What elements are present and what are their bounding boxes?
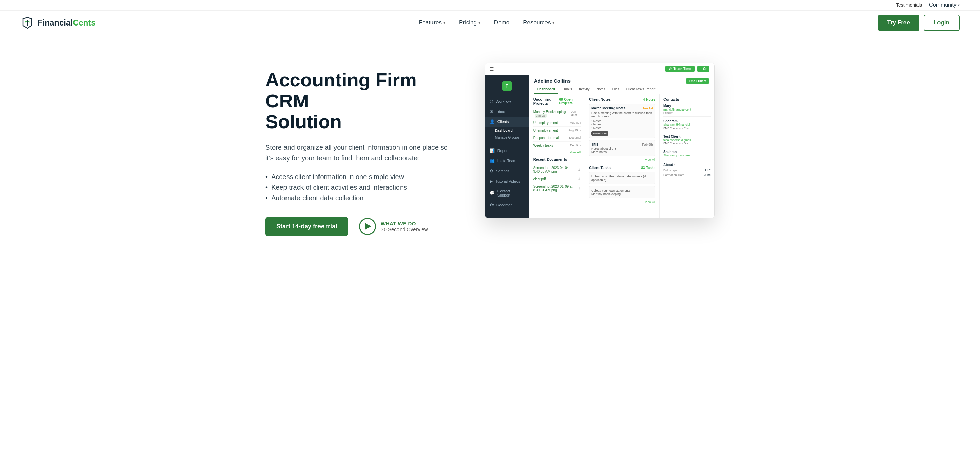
nav-features[interactable]: Features ▾ — [419, 19, 445, 26]
video-cta[interactable]: WHAT WE DO 30 Second Overview — [359, 218, 428, 235]
community-menu[interactable]: Community ▾ — [929, 2, 959, 8]
try-free-button[interactable]: Try Free — [878, 14, 920, 31]
testimonials-link[interactable]: Testimonials — [896, 2, 922, 8]
tab-files[interactable]: Files — [609, 86, 623, 94]
view-all-projects[interactable]: View All — [533, 151, 581, 154]
read-more-button[interactable]: Read More — [592, 131, 608, 136]
sidebar-sub-manage-groups[interactable]: Manage Groups — [485, 134, 529, 141]
tab-client-tasks-report[interactable]: Client Tasks Report — [623, 86, 659, 94]
notes-badge: 4 Notes — [643, 98, 655, 101]
project-row-3: Respond to email Dec 2nd — [533, 134, 581, 142]
docs-header: Recent Documents — [533, 157, 581, 162]
pricing-chevron: ▾ — [479, 21, 480, 25]
tab-dashboard[interactable]: Dashboard — [534, 86, 558, 94]
tab-notes[interactable]: Notes — [593, 86, 609, 94]
mockup-topbar-left: ☰ — [490, 66, 494, 72]
client-notes-section: Client Notes 4 Notes March Meeting Notes… — [589, 97, 655, 162]
mockup-main: Adeline Collins Email Client Dashboard E… — [529, 75, 714, 218]
nav-resources[interactable]: Resources ▾ — [523, 19, 554, 26]
project-row-2: Unemployement Aug 15th — [533, 127, 581, 134]
sidebar-item-clients[interactable]: 👤 Clients — [485, 117, 529, 127]
sidebar-item-inbox[interactable]: ✉ Inbox — [485, 106, 529, 117]
hero-content: Accounting Firm CRM Solution Store and o… — [266, 63, 457, 236]
sidebar-item-support[interactable]: 💬 Contact Support — [485, 186, 529, 200]
mockup-topbar: ☰ ⏱ Track Time + Cr — [485, 63, 714, 75]
info-icon: ℹ — [675, 163, 675, 167]
projects-title: Upcoming Projects — [533, 97, 559, 105]
mockup-body: F ⬡ Workflow ✉ Inbox 👤 Clients Dashboard — [485, 75, 714, 218]
bullet-2: Keep track of client activities and inte… — [266, 182, 457, 193]
sidebar-item-workflow[interactable]: ⬡ Workflow — [485, 96, 529, 106]
nav-pricing[interactable]: Pricing ▾ — [459, 19, 480, 26]
hero-bullets: Access client information in one simple … — [266, 172, 457, 203]
mockup-content: Upcoming Projects 68 Open Projects Month… — [529, 94, 714, 218]
login-button[interactable]: Login — [924, 14, 959, 31]
recent-docs-section: Recent Documents Screenshot 2023-04-04 a… — [533, 157, 581, 194]
about-section: About ℹ Entity type LLC Formation Date J… — [663, 163, 711, 177]
projects-header: Upcoming Projects 68 Open Projects — [533, 97, 581, 105]
sidebar-divider — [485, 143, 529, 143]
right-panel: Contacts Mary mary@financial-cent Primar… — [660, 94, 714, 218]
note-bullets-0: Notes Notes Notes — [592, 119, 653, 130]
middle-panel: Client Notes 4 Notes March Meeting Notes… — [585, 94, 660, 218]
tutorials-icon: ▶ — [490, 179, 493, 184]
mockup-topbar-right: ⏱ Track Time + Cr — [665, 66, 710, 72]
notes-header: Client Notes 4 Notes — [589, 97, 655, 101]
contact-item-1: Shahram Shahram@financial- SMS Reminders… — [663, 119, 711, 132]
roadmap-icon: 🗺 — [490, 203, 494, 208]
project-row-1: Unemployement Aug 8th — [533, 119, 581, 127]
view-all-notes[interactable]: View All — [589, 158, 655, 162]
tab-emails[interactable]: Emails — [558, 86, 576, 94]
sidebar-item-tutorials[interactable]: ▶ Tutorial Videos — [485, 176, 529, 186]
hero-cta: Start 14-day free trial WHAT WE DO 30 Se… — [266, 217, 457, 236]
sidebar-logo-icon: F — [502, 81, 512, 91]
client-name-bar: Adeline Collins Email Client — [534, 78, 710, 84]
start-trial-button[interactable]: Start 14-day free trial — [266, 217, 348, 236]
hero-image: ☰ ⏱ Track Time + Cr F ⬡ — [485, 63, 714, 218]
note-item-0: March Meeting Notes Jan 1st Had a meetin… — [589, 104, 655, 138]
logo-text: FinancialCents — [37, 18, 95, 27]
hamburger-icon: ☰ — [490, 66, 494, 72]
sidebar-item-settings[interactable]: ⚙ Settings — [485, 166, 529, 176]
nav-links: Features ▾ Pricing ▾ Demo Resources ▾ — [419, 19, 555, 26]
notes-title: Client Notes — [589, 97, 611, 101]
contact-item-2: Test Client fcsalesdemo@gmail SMS Remind… — [663, 135, 711, 147]
navbar: FinancialCents Features ▾ Pricing ▾ Demo… — [0, 11, 980, 35]
contacts-title: Contacts — [663, 97, 711, 101]
sidebar-item-invite-team[interactable]: 👥 Invite Team — [485, 156, 529, 166]
video-text: WHAT WE DO 30 Second Overview — [381, 221, 428, 232]
logo[interactable]: FinancialCents — [21, 16, 95, 30]
logo-icon — [21, 16, 34, 30]
sidebar-sub-dashboard[interactable]: Dashboard — [485, 127, 529, 134]
doc-row-0: Screenshot 2023-04-04 at 9.40.30 AM.png … — [533, 164, 581, 175]
mockup-sidebar: F ⬡ Workflow ✉ Inbox 👤 Clients Dashboard — [485, 75, 529, 218]
sidebar-item-reports[interactable]: 📊 Reports — [485, 146, 529, 156]
task-note-header: Title Feb 9th — [592, 143, 653, 146]
play-icon — [359, 218, 376, 235]
features-chevron: ▾ — [443, 21, 445, 25]
track-time-button[interactable]: ⏱ Track Time — [665, 66, 695, 72]
download-icon-2: ⬇ — [578, 187, 581, 190]
task-item-0: Upload any other relevant documents (if … — [589, 172, 655, 184]
contact-item-3: Shahran Shahram.j.zarshena — [663, 150, 711, 159]
view-all-tasks[interactable]: View All — [589, 200, 655, 204]
plus-create-button[interactable]: + Cr — [697, 66, 710, 72]
community-chevron: ▾ — [958, 3, 959, 7]
task-item-1: Upload your loan statements Monthly Book… — [589, 186, 655, 198]
tab-activity[interactable]: Activity — [576, 86, 593, 94]
client-header: Adeline Collins Email Client Dashboard E… — [529, 75, 714, 94]
client-tasks-section: Client Tasks 83 Tasks Upload any other r… — [589, 166, 655, 204]
settings-icon: ⚙ — [490, 169, 493, 173]
support-icon: 💬 — [490, 191, 495, 195]
about-title: About ℹ — [663, 163, 711, 167]
play-triangle — [365, 223, 371, 230]
sidebar-item-roadmap[interactable]: 🗺 Roadmap — [485, 200, 529, 210]
project-row-0: Monthly Bookkeeping Jan '23 Jan 31st — [533, 108, 581, 119]
clock-icon: ⏱ — [669, 67, 672, 71]
resources-chevron: ▾ — [552, 21, 554, 25]
email-client-button[interactable]: Email Client — [686, 78, 710, 84]
about-row-1: Formation Date June — [663, 173, 711, 177]
note-desc-0: Had a meeting with the client to discuss… — [592, 111, 653, 118]
bullet-3: Automate client data collection — [266, 193, 457, 203]
nav-demo[interactable]: Demo — [494, 19, 509, 26]
